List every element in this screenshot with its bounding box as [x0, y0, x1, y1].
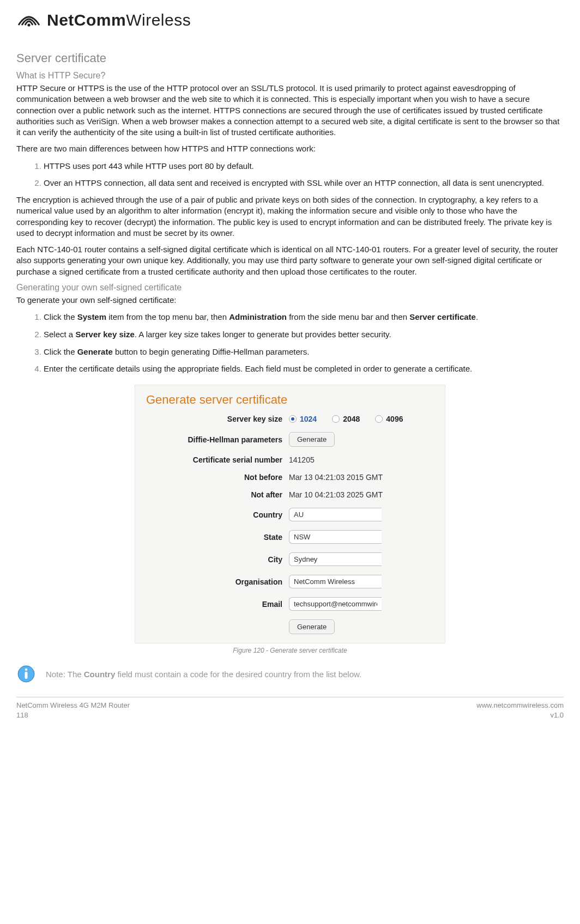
field-label-email: Email	[146, 600, 282, 609]
note-text: Note: The Country field must contain a c…	[46, 670, 361, 679]
field-label-city: City	[146, 555, 282, 564]
body-paragraph: There are two main differences between h…	[16, 143, 564, 154]
email-input[interactable]	[289, 597, 382, 611]
footer-divider	[16, 697, 564, 697]
page-title: Server certificate	[16, 51, 564, 65]
field-label-notbefore: Not before	[146, 473, 282, 482]
list-item: Enter the certificate details using the …	[44, 363, 564, 375]
radio-keysize-4096[interactable]: 4096	[375, 415, 403, 423]
field-label-org: Organisation	[146, 578, 282, 586]
footer-product: NetComm Wireless 4G M2M Router	[16, 701, 130, 710]
section-heading-http-secure: What is HTTP Secure?	[16, 71, 564, 81]
body-paragraph: The encryption is achieved through the u…	[16, 194, 564, 239]
list-item: Select a Server key size. A larger key s…	[44, 329, 564, 341]
field-value-notafter: Mar 10 04:21:03 2025 GMT	[289, 490, 383, 499]
field-value-serial: 141205	[289, 455, 315, 464]
field-label-keysize: Server key size	[146, 415, 282, 423]
info-icon	[16, 664, 36, 684]
figure-caption: Figure 120 - Generate server certificate	[16, 647, 564, 654]
wireless-signal-icon	[16, 12, 41, 28]
brand-logo: NetCommWireless	[16, 11, 564, 29]
section-heading-generate-cert: Generating your own self-signed certific…	[16, 283, 564, 293]
list-item: Click the System item from the top menu …	[44, 311, 564, 323]
body-paragraph: To generate your own self-signed certifi…	[16, 295, 564, 306]
radio-keysize-2048[interactable]: 2048	[332, 415, 360, 423]
body-paragraph: HTTP Secure or HTTPS is the use of the H…	[16, 83, 564, 138]
field-label-serial: Certificate serial number	[146, 455, 282, 464]
svg-rect-3	[25, 672, 28, 679]
generate-cert-form: Generate server certificate Server key s…	[135, 385, 445, 643]
organisation-input[interactable]	[289, 575, 382, 588]
field-label-country: Country	[146, 510, 282, 519]
generate-dh-button[interactable]: Generate	[289, 432, 335, 447]
state-input[interactable]	[289, 530, 382, 544]
list-item: Click the Generate button to begin gener…	[44, 346, 564, 358]
list-item: HTTPS uses port 443 while HTTP uses port…	[44, 160, 564, 172]
svg-point-0	[27, 23, 30, 26]
field-label-state: State	[146, 533, 282, 542]
svg-point-2	[25, 668, 27, 671]
footer-version: v1.0	[476, 710, 564, 720]
page-footer: NetComm Wireless 4G M2M Router 118 www.n…	[16, 701, 564, 720]
brand-name: NetCommWireless	[47, 11, 191, 29]
steps-list: Click the System item from the top menu …	[16, 311, 564, 375]
generate-cert-button[interactable]: Generate	[289, 619, 335, 634]
footer-page-number: 118	[16, 710, 130, 720]
differences-list: HTTPS uses port 443 while HTTP uses port…	[16, 160, 564, 190]
city-input[interactable]	[289, 552, 382, 566]
field-value-notbefore: Mar 13 04:21:03 2015 GMT	[289, 473, 383, 482]
form-title: Generate server certificate	[146, 393, 434, 407]
footer-url: www.netcommwireless.com	[476, 701, 564, 710]
country-input[interactable]	[289, 508, 382, 521]
radio-keysize-1024[interactable]: 1024	[289, 415, 317, 423]
field-label-dh: Diffie-Hellman parameters	[146, 435, 282, 444]
field-label-notafter: Not after	[146, 490, 282, 499]
body-paragraph: Each NTC-140-01 router contains a self-s…	[16, 244, 564, 277]
list-item: Over an HTTPS connection, all data sent …	[44, 177, 564, 189]
